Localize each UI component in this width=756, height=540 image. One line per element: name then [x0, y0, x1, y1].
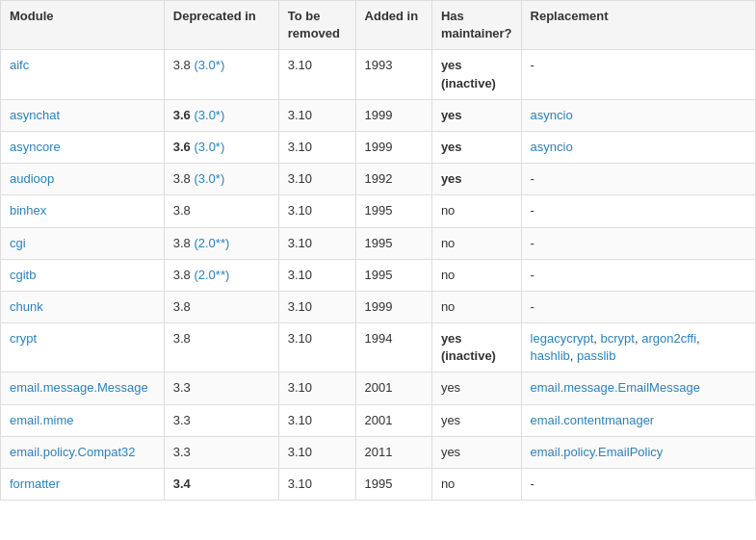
cell-module[interactable]: binhex: [1, 195, 165, 227]
table-row: email.mime3.33.102001yesemail.contentman…: [1, 404, 756, 436]
cell-deprecated: 3.8 (2.0**): [164, 227, 278, 259]
cell-replacement[interactable]: -: [521, 50, 755, 99]
cell-replacement[interactable]: -: [521, 291, 755, 322]
cell-module[interactable]: asyncore: [1, 131, 165, 163]
cell-module[interactable]: email.message.Message: [1, 373, 165, 404]
cell-deprecated: 3.8: [164, 195, 278, 227]
cell-replacement[interactable]: -: [521, 195, 755, 227]
cell-module[interactable]: crypt: [1, 323, 165, 373]
table-row: asynchat3.6 (3.0*)3.101999yesasyncio: [1, 99, 756, 131]
cell-added: 1994: [355, 323, 431, 373]
cell-maintainer: yes(inactive): [431, 50, 521, 99]
deprecated-modules-table: Module Deprecated in To be removed Added…: [0, 0, 756, 501]
cell-maintainer: yes: [431, 373, 521, 404]
cell-replacement[interactable]: asyncio: [521, 131, 755, 163]
cell-maintainer: yes: [431, 131, 521, 163]
cell-added: 1993: [355, 50, 431, 99]
cell-maintainer: no: [431, 469, 521, 501]
table-row: email.message.Message3.33.102001yesemail…: [1, 373, 756, 404]
cell-module[interactable]: email.policy.Compat32: [1, 436, 165, 468]
cell-maintainer: yes: [431, 99, 521, 131]
cell-replacement[interactable]: -: [521, 259, 755, 291]
cell-maintainer: yes: [431, 436, 521, 468]
cell-deprecated: 3.3: [164, 436, 278, 468]
cell-added: 1995: [355, 195, 431, 227]
cell-module[interactable]: chunk: [1, 291, 165, 322]
cell-replacement[interactable]: email.message.EmailMessage: [521, 373, 755, 404]
cell-removed: 3.10: [278, 404, 355, 436]
cell-removed: 3.10: [278, 164, 355, 195]
cell-module[interactable]: email.mime: [1, 404, 165, 436]
cell-added: 1999: [355, 99, 431, 131]
cell-removed: 3.10: [278, 469, 355, 501]
table-row: formatter3.43.101995no-: [1, 469, 756, 501]
cell-replacement[interactable]: -: [521, 469, 755, 501]
table-row: crypt3.83.101994yes(inactive)legacycrypt…: [1, 323, 756, 373]
cell-removed: 3.10: [278, 50, 355, 99]
cell-added: 2011: [355, 436, 431, 468]
cell-replacement[interactable]: -: [521, 164, 755, 195]
table-row: asyncore3.6 (3.0*)3.101999yesasyncio: [1, 131, 756, 163]
cell-module[interactable]: asynchat: [1, 99, 165, 131]
cell-deprecated: 3.8: [164, 291, 278, 322]
table-row: chunk3.83.101999no-: [1, 291, 756, 322]
cell-deprecated: 3.8 (3.0*): [164, 50, 278, 99]
cell-deprecated: 3.6 (3.0*): [164, 99, 278, 131]
header-added: Added in: [355, 1, 431, 50]
cell-replacement[interactable]: legacycrypt, bcrypt, argon2cffi, hashlib…: [521, 323, 755, 373]
table-row: email.policy.Compat323.33.102011yesemail…: [1, 436, 756, 468]
header-deprecated: Deprecated in: [164, 1, 278, 50]
cell-added: 1999: [355, 291, 431, 322]
table-row: cgitb3.8 (2.0**)3.101995no-: [1, 259, 756, 291]
cell-maintainer: yes: [431, 164, 521, 195]
cell-added: 1995: [355, 469, 431, 501]
cell-maintainer: no: [431, 227, 521, 259]
cell-added: 1995: [355, 259, 431, 291]
cell-removed: 3.10: [278, 259, 355, 291]
cell-removed: 3.10: [278, 373, 355, 404]
cell-replacement[interactable]: -: [521, 227, 755, 259]
cell-added: 1999: [355, 131, 431, 163]
cell-module[interactable]: formatter: [1, 469, 165, 501]
table-row: binhex3.83.101995no-: [1, 195, 756, 227]
cell-module[interactable]: audioop: [1, 164, 165, 195]
cell-removed: 3.10: [278, 227, 355, 259]
header-replacement: Replacement: [521, 1, 755, 50]
cell-replacement[interactable]: email.contentmanager: [521, 404, 755, 436]
cell-maintainer: no: [431, 195, 521, 227]
cell-replacement[interactable]: email.policy.EmailPolicy: [521, 436, 755, 468]
header-module: Module: [1, 1, 165, 50]
cell-added: 2001: [355, 373, 431, 404]
cell-added: 1992: [355, 164, 431, 195]
cell-deprecated: 3.8: [164, 323, 278, 373]
cell-deprecated: 3.3: [164, 404, 278, 436]
cell-removed: 3.10: [278, 195, 355, 227]
cell-module[interactable]: cgitb: [1, 259, 165, 291]
cell-deprecated: 3.6 (3.0*): [164, 131, 278, 163]
header-maintainer: Has maintainer?: [431, 1, 521, 50]
table-row: aifc3.8 (3.0*)3.101993yes(inactive)-: [1, 50, 756, 99]
cell-removed: 3.10: [278, 436, 355, 468]
cell-replacement[interactable]: asyncio: [521, 99, 755, 131]
cell-maintainer: yes: [431, 404, 521, 436]
cell-added: 2001: [355, 404, 431, 436]
cell-removed: 3.10: [278, 323, 355, 373]
table-row: audioop3.8 (3.0*)3.101992yes-: [1, 164, 756, 195]
cell-deprecated: 3.8 (3.0*): [164, 164, 278, 195]
cell-module[interactable]: cgi: [1, 227, 165, 259]
cell-module[interactable]: aifc: [1, 50, 165, 99]
header-removed: To be removed: [278, 1, 355, 50]
cell-deprecated: 3.4: [164, 469, 278, 501]
cell-deprecated: 3.3: [164, 373, 278, 404]
cell-maintainer: yes(inactive): [431, 323, 521, 373]
table-row: cgi3.8 (2.0**)3.101995no-: [1, 227, 756, 259]
cell-added: 1995: [355, 227, 431, 259]
cell-deprecated: 3.8 (2.0**): [164, 259, 278, 291]
cell-maintainer: no: [431, 259, 521, 291]
cell-removed: 3.10: [278, 131, 355, 163]
cell-maintainer: no: [431, 291, 521, 322]
cell-removed: 3.10: [278, 99, 355, 131]
cell-removed: 3.10: [278, 291, 355, 322]
